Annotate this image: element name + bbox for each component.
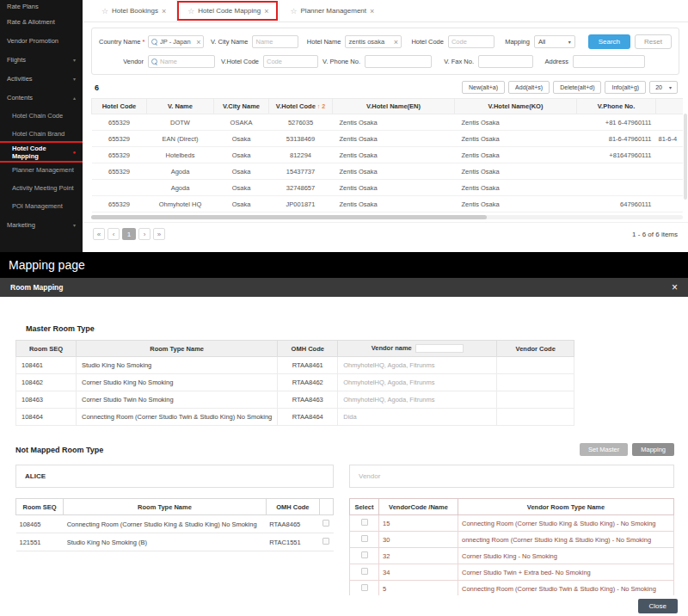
table-row[interactable]: 655329EAN (Direct)Osaka53138469Zentis Os… xyxy=(92,131,684,147)
table-row[interactable]: 34Corner Studio Twin + Extra bed- No Smo… xyxy=(350,564,674,581)
first-page-button[interactable]: « xyxy=(93,228,105,240)
divider-label: Mapping page xyxy=(9,258,85,272)
last-page-button[interactable]: » xyxy=(153,228,165,240)
table-row[interactable]: 655329Ohmyhotel HQOsakaJP001871Zentis Os… xyxy=(92,196,684,213)
mapping-button[interactable]: Mapping xyxy=(632,443,674,456)
hotel-name-label: Hotel Name xyxy=(303,38,341,46)
close-icon[interactable]: × xyxy=(162,7,166,15)
vhotel-code-label: V.Hotel Code xyxy=(219,58,259,65)
vendor-panel-title: Vendor xyxy=(349,465,674,488)
close-icon[interactable]: × xyxy=(370,7,374,15)
sidebar-item-marketing[interactable]: Marketing▾ xyxy=(0,215,83,234)
hotel-code-input[interactable] xyxy=(452,38,491,46)
sidebar-item-label: Hotel Chain Brand xyxy=(12,130,64,138)
table-row[interactable]: 655329AgodaOsaka15437737Zentis OsakaZent… xyxy=(92,163,684,180)
table-row[interactable]: 32Corner Studio King - No Smoking xyxy=(350,548,674,564)
sidebar-item-hotel-chain-brand[interactable]: Hotel Chain Brand xyxy=(0,125,83,143)
table-row[interactable]: 30onnecting Room (Corner Studio King & S… xyxy=(350,532,674,548)
country-name-input[interactable]: JP - Japan × xyxy=(148,35,204,48)
reset-button[interactable]: Reset xyxy=(635,34,672,49)
modal-header: Room Mapping × xyxy=(0,278,688,297)
table-row[interactable]: 655329HotelbedsOsaka812294Zentis OsakaZe… xyxy=(92,147,684,163)
column-header: Room Type Name xyxy=(77,341,278,357)
new-button[interactable]: New(alt+a) xyxy=(462,81,505,94)
page-size-select[interactable]: 20 ▾ xyxy=(649,81,678,94)
mapping-selected-value: All xyxy=(538,38,545,46)
star-icon: ☆ xyxy=(101,7,108,15)
close-button[interactable]: Close xyxy=(638,599,678,613)
vcity-name-input[interactable] xyxy=(255,38,295,46)
search-button[interactable]: Search xyxy=(588,34,630,49)
clear-icon[interactable]: × xyxy=(394,38,398,46)
sidebar-item-label: Activity Meeting Point xyxy=(12,184,74,192)
column-header[interactable]: V.Hotel Name(KO) xyxy=(455,99,577,114)
vendor-name-filter-input[interactable] xyxy=(415,344,464,353)
row-checkbox[interactable] xyxy=(322,520,329,527)
sidebar-item-contents[interactable]: Contents▴ xyxy=(0,88,83,107)
table-row[interactable]: 108465Connecting Room (Corner Studio Kin… xyxy=(16,515,334,533)
table-row[interactable]: 108462Corner Studio King No SmokingRTAA8… xyxy=(16,374,574,391)
row-checkbox[interactable] xyxy=(361,535,368,542)
table-row[interactable]: 15Connecting Room (Corner Studio King & … xyxy=(350,515,674,532)
row-checkbox[interactable] xyxy=(361,519,368,526)
column-header-vendor-name: Vendor name xyxy=(338,341,497,357)
column-header[interactable]: V. Name xyxy=(147,99,214,114)
vendor-input[interactable] xyxy=(160,58,212,65)
hotel-name-input[interactable]: zentis osaka × xyxy=(345,35,401,48)
sidebar-item-planner-management[interactable]: Planner Management xyxy=(0,161,83,179)
filter-row-2: Vendor V.Hotel Code V. Phone No. V. Fax … xyxy=(99,55,672,68)
column-header[interactable]: V.Hotel Name(EN) xyxy=(333,99,455,114)
column-header[interactable]: Hotel Code xyxy=(92,99,147,114)
add-button[interactable]: Add(alt+s) xyxy=(508,81,550,94)
prev-page-button[interactable]: ‹ xyxy=(108,228,120,240)
close-icon[interactable]: × xyxy=(264,7,268,15)
sidebar-item-rate-allotment[interactable]: Rate & Allotment xyxy=(0,12,83,31)
row-checkbox[interactable] xyxy=(361,551,368,558)
horizontal-scrollbar[interactable] xyxy=(91,215,683,219)
sidebar-item-hotel-code-mapping[interactable]: Hotel Code Mapping● xyxy=(0,143,83,161)
vphone-input[interactable] xyxy=(368,58,428,65)
sidebar-item-vendor-promotion[interactable]: Vendor Promotion xyxy=(0,31,83,50)
sidebar-item-label: Marketing xyxy=(7,221,35,229)
column-header[interactable]: V.Phone No. xyxy=(577,99,656,114)
sidebar-item-poi-management[interactable]: POI Management xyxy=(0,197,83,215)
row-checkbox[interactable] xyxy=(361,568,368,575)
sidebar-item-activities[interactable]: Activities▾ xyxy=(0,69,83,88)
column-header[interactable]: V.Fax No. xyxy=(656,99,684,114)
table-row[interactable]: 655329DOTWOSAKA5276035Zentis OsakaZentis… xyxy=(92,114,684,131)
table-row[interactable]: 121551Studio King No Smoking (B)RTAC1551 xyxy=(16,533,334,551)
table-row[interactable]: AgodaOsaka32748657Zentis OsakaZentis Osa… xyxy=(92,180,684,196)
table-row[interactable]: 108464Connecting Room (Corner Studio Twi… xyxy=(16,409,574,426)
table-row[interactable]: 5Connecting Room (Corner Studio Twin & S… xyxy=(350,581,674,595)
info-button[interactable]: Info(alt+g) xyxy=(605,81,646,94)
sidebar-item-flights[interactable]: Flights▾ xyxy=(0,50,83,69)
sidebar-item-activity-meeting-point[interactable]: Activity Meeting Point xyxy=(0,179,83,197)
admin-app: Rate Plans Rate & Allotment Vendor Promo… xyxy=(0,0,688,252)
close-icon[interactable]: × xyxy=(672,281,678,293)
table-row[interactable]: 108461Studio King No SmokingRTAA8461Ohmy… xyxy=(16,357,574,374)
sidebar-item-rate-plans[interactable]: Rate Plans xyxy=(0,0,83,12)
mapping-select[interactable]: All ▾ xyxy=(534,35,575,48)
vfax-input[interactable] xyxy=(482,58,530,65)
delete-button[interactable]: Delete(alt+d) xyxy=(553,81,601,94)
sidebar-item-hotel-chain-code[interactable]: Hotel Chain Code xyxy=(0,107,83,125)
table-row[interactable]: 108463Corner Studio Twin No SmokingRTAA8… xyxy=(16,391,574,409)
scrollbar-thumb[interactable] xyxy=(91,215,487,219)
current-page[interactable]: 1 xyxy=(122,228,136,240)
row-checkbox[interactable] xyxy=(322,538,329,545)
hotel-code-label: Hotel Code xyxy=(406,38,444,46)
address-input[interactable] xyxy=(576,58,642,65)
sort-indicator: ↑ 2 xyxy=(317,103,325,109)
vhotel-code-input[interactable] xyxy=(267,58,315,65)
chevron-down-icon: ▾ xyxy=(73,57,76,63)
tab-planner-management[interactable]: ☆ Planner Management × xyxy=(279,0,384,22)
vertical-scrollbar[interactable] xyxy=(684,114,687,200)
tab-hotel-code-mapping[interactable]: ☆ Hotel Code Mapping × xyxy=(176,0,279,22)
column-header-sorted[interactable]: V.Hotel Code↑ 2 xyxy=(269,99,333,114)
column-header[interactable]: V.City Name xyxy=(214,99,269,114)
set-master-button[interactable]: Set Master xyxy=(580,443,628,456)
next-page-button[interactable]: › xyxy=(138,228,150,240)
row-checkbox[interactable] xyxy=(361,584,368,591)
clear-icon[interactable]: × xyxy=(196,38,200,46)
tab-hotel-bookings[interactable]: ☆ Hotel Bookings × xyxy=(91,0,176,22)
